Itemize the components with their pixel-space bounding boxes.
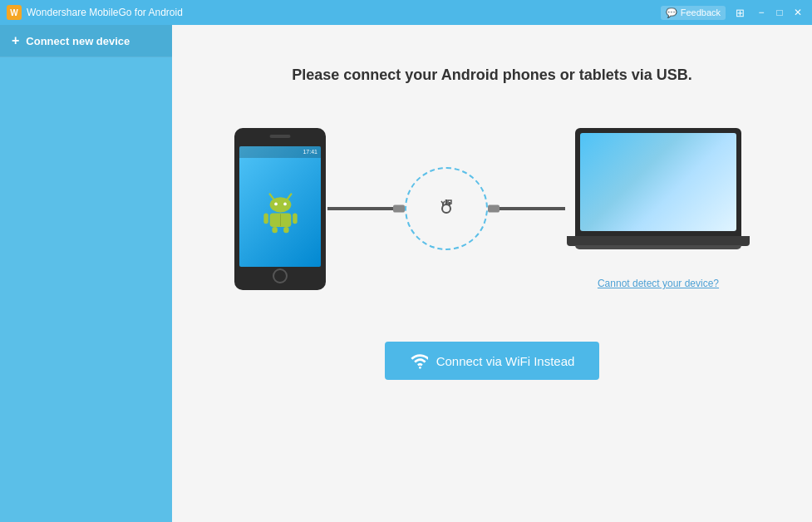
wifi-connect-button[interactable]: Connect via WiFi Instead xyxy=(385,342,600,380)
laptop-illustration xyxy=(567,128,750,273)
plus-icon: + xyxy=(12,33,19,48)
laptop-base xyxy=(567,236,750,246)
phone-time: 17:41 xyxy=(303,149,317,155)
wifi-button-label: Connect via WiFi Instead xyxy=(436,354,575,368)
device-illustration: 17:41 xyxy=(234,117,750,300)
laptop-screen-outer xyxy=(575,128,741,236)
maximize-button[interactable]: □ xyxy=(772,5,787,20)
svg-point-16 xyxy=(419,367,421,369)
app-body: + Connect new device Please connect your… xyxy=(0,25,812,522)
laptop-area: Cannot detect your device? xyxy=(567,128,750,289)
cable-left xyxy=(327,207,403,210)
title-bar: W Wondershare MobileGo for Android 💬 Fee… xyxy=(0,0,812,25)
wifi-icon xyxy=(410,352,428,370)
svg-rect-7 xyxy=(293,213,298,224)
phone-home-button xyxy=(273,268,288,283)
svg-rect-9 xyxy=(283,226,288,232)
title-bar-left: W Wondershare MobileGo for Android xyxy=(7,5,183,20)
svg-rect-8 xyxy=(272,226,277,232)
cable-line-right xyxy=(490,207,565,210)
android-logo-area xyxy=(239,158,321,267)
feedback-icon: 💬 xyxy=(666,7,677,18)
cable-right xyxy=(490,207,565,210)
title-bar-right: 💬 Feedback ⊞ − □ ✕ xyxy=(661,5,805,20)
usb-icon xyxy=(435,199,458,218)
svg-point-4 xyxy=(283,202,287,205)
feedback-button[interactable]: 💬 Feedback xyxy=(661,6,726,20)
android-robot-icon xyxy=(258,190,303,235)
phone-illustration: 17:41 xyxy=(234,128,326,290)
phone-screen: 17:41 xyxy=(239,146,321,267)
usb-circle xyxy=(405,167,488,250)
sidebar-item-connect[interactable]: + Connect new device xyxy=(0,25,172,57)
main-content: Please connect your Android phones or ta… xyxy=(172,25,812,522)
app-icon: W xyxy=(7,5,22,20)
laptop-screen-inner xyxy=(580,133,736,231)
close-button[interactable]: ✕ xyxy=(790,5,805,20)
usb-plug-right xyxy=(488,205,500,213)
feedback-label: Feedback xyxy=(681,7,721,17)
app-title: Wondershare MobileGo for Android xyxy=(27,7,183,18)
svg-point-2 xyxy=(269,197,291,212)
minimize-button[interactable]: − xyxy=(754,5,769,20)
window-controls: − □ ✕ xyxy=(754,5,805,20)
cannot-detect-link[interactable]: Cannot detect your device? xyxy=(598,278,719,289)
phone-top-bar xyxy=(270,135,291,138)
qr-icon[interactable]: ⊞ xyxy=(732,5,747,20)
phone-status-bar: 17:41 xyxy=(239,146,321,158)
cable-line-left xyxy=(327,207,403,210)
sidebar: + Connect new device xyxy=(0,25,172,522)
usb-plug-left xyxy=(393,205,405,213)
sidebar-connect-label: Connect new device xyxy=(26,35,130,47)
page-title: Please connect your Android phones or ta… xyxy=(292,66,691,84)
svg-point-3 xyxy=(274,202,278,205)
svg-rect-6 xyxy=(263,213,268,224)
